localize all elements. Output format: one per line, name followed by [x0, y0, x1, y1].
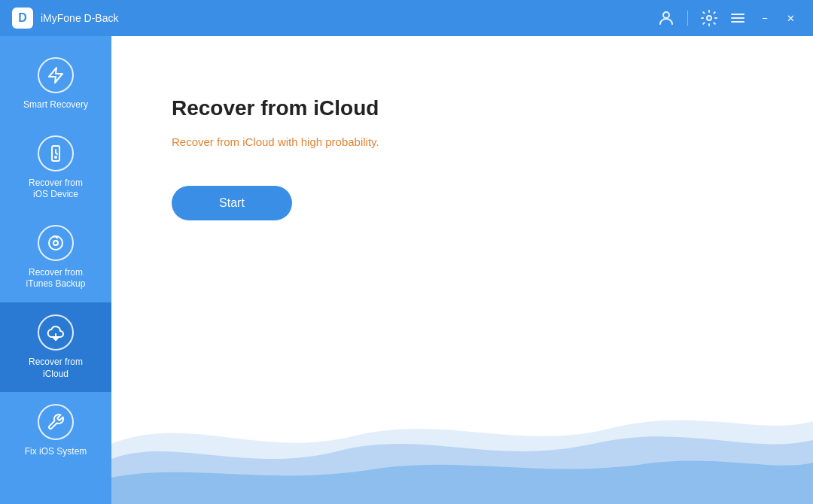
fix-ios-label: Fix iOS System	[25, 446, 87, 458]
sidebar-item-fix-ios[interactable]: Fix iOS System	[0, 392, 111, 470]
logo-letter: D	[18, 11, 27, 25]
recover-ios-label: Recover fromiOS Device	[29, 178, 83, 201]
smart-recovery-icon	[38, 57, 74, 93]
settings-button[interactable]	[697, 6, 721, 30]
main-content: Recover from iCloud Recover from iCloud …	[111, 36, 813, 504]
menu-button[interactable]	[726, 6, 750, 30]
sidebar-item-smart-recovery[interactable]: Smart Recovery	[0, 45, 111, 123]
sidebar-item-recover-itunes[interactable]: Recover fromiTunes Backup	[0, 213, 111, 302]
svg-point-0	[663, 12, 669, 18]
titlebar-controls: − ✕	[654, 6, 801, 30]
minimize-button[interactable]: −	[754, 8, 775, 29]
recover-itunes-label: Recover fromiTunes Backup	[26, 267, 86, 290]
app-title: iMyFone D-Back	[41, 12, 654, 24]
fix-ios-icon	[38, 404, 74, 440]
app-body: Smart Recovery Recover fromiOS Device	[0, 36, 813, 504]
titlebar-divider	[687, 11, 688, 26]
start-button[interactable]: Start	[172, 186, 292, 220]
recover-ios-icon	[38, 135, 74, 172]
sidebar-item-recover-ios[interactable]: Recover fromiOS Device	[0, 123, 111, 213]
close-button[interactable]: ✕	[780, 8, 801, 29]
recover-icloud-icon	[38, 314, 74, 351]
svg-point-1	[707, 16, 711, 20]
page-subtitle: Recover from iCloud with high probabilit…	[172, 135, 768, 148]
recover-itunes-icon	[38, 225, 74, 261]
smart-recovery-label: Smart Recovery	[23, 99, 88, 111]
titlebar: D iMyFone D-Back − ✕	[0, 0, 813, 36]
sidebar-item-recover-icloud[interactable]: Recover fromiCloud	[0, 302, 111, 392]
svg-point-8	[53, 241, 58, 245]
svg-point-7	[49, 236, 62, 250]
content-area: Recover from iCloud Recover from iCloud …	[111, 36, 813, 504]
svg-point-6	[55, 156, 56, 158]
recover-icloud-label: Recover fromiCloud	[29, 357, 83, 380]
page-title: Recover from iCloud	[172, 96, 768, 120]
app-logo: D	[12, 8, 33, 29]
profile-button[interactable]	[654, 6, 678, 30]
sidebar: Smart Recovery Recover fromiOS Device	[0, 36, 111, 504]
